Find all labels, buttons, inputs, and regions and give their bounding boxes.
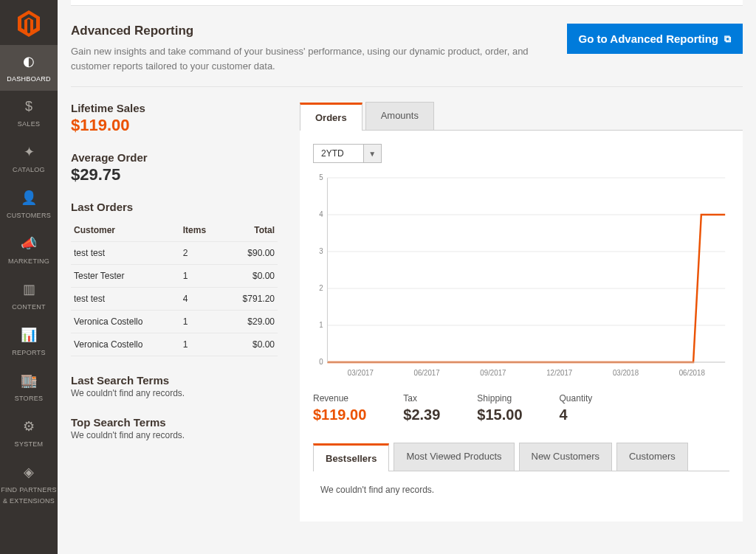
last-orders-block: Last Orders Customer Items Total test te…	[71, 201, 278, 356]
sidebar-icon: ⚙	[0, 418, 58, 434]
sidebar-icon: ◈	[0, 464, 58, 480]
cell-items: 4	[180, 288, 222, 311]
svg-text:12/2017: 12/2017	[546, 369, 572, 377]
kpi-value: $15.00	[477, 406, 522, 423]
table-row[interactable]: test test4$791.20	[71, 288, 278, 311]
sidebar-icon: ◐	[0, 53, 58, 69]
kpi-label: Revenue	[313, 393, 366, 404]
svg-text:1: 1	[319, 321, 323, 329]
tab-amounts[interactable]: Amounts	[365, 102, 434, 130]
tab-bestsellers[interactable]: Bestsellers	[313, 443, 389, 471]
sidebar-item-label: FIND PARTNERS & EXTENSIONS	[1, 486, 57, 505]
svg-text:06/2018: 06/2018	[679, 369, 706, 377]
kpi-value: 4	[560, 406, 593, 423]
sidebar-item-dashboard[interactable]: ◐DASHBOARD	[0, 45, 58, 91]
tab-most-viewed-products[interactable]: Most Viewed Products	[394, 443, 514, 471]
sidebar-item-customers[interactable]: 👤CUSTOMERS	[0, 181, 58, 227]
button-label: Go to Advanced Reporting	[579, 32, 718, 45]
orders-chart: 01234503/201706/201709/201712/201703/201…	[313, 173, 729, 380]
sidebar-item-catalog[interactable]: ✦CATALOG	[0, 136, 58, 181]
cell-total: $0.00	[222, 333, 278, 356]
table-row[interactable]: Veronica Costello1$0.00	[71, 333, 278, 356]
sidebar-item-find-partners-extensions[interactable]: ◈FIND PARTNERS & EXTENSIONS	[0, 456, 58, 513]
kpi-label: Quantity	[560, 393, 593, 404]
kpi-label: Tax	[403, 393, 440, 404]
kpi-tax: Tax$2.39	[403, 393, 440, 423]
sidebar-icon: $	[0, 99, 58, 114]
sidebar-item-content[interactable]: ▥CONTENT	[0, 273, 58, 319]
svg-text:3: 3	[319, 247, 323, 255]
table-row[interactable]: Tester Tester1$0.00	[71, 265, 278, 288]
sidebar-item-label: CATALOG	[13, 166, 45, 173]
svg-text:03/2018: 03/2018	[613, 369, 639, 377]
cell-items: 1	[180, 311, 222, 333]
top-search-title: Top Search Terms	[71, 416, 278, 429]
cell-items: 2	[180, 242, 222, 265]
table-row[interactable]: test test2$90.00	[71, 242, 278, 265]
kpi-value: $2.39	[403, 406, 440, 423]
sidebar: ◐DASHBOARD$SALES✦CATALOG👤CUSTOMERS📣MARKE…	[0, 0, 58, 554]
col-items: Items	[180, 219, 222, 242]
last-search-msg: We couldn't find any records.	[71, 388, 278, 398]
sidebar-icon: 📊	[0, 327, 58, 343]
cell-total: $29.00	[222, 311, 278, 333]
sidebar-item-system[interactable]: ⚙SYSTEM	[0, 410, 58, 456]
sidebar-icon: 📣	[0, 235, 58, 252]
lifetime-sales-label: Lifetime Sales	[71, 102, 278, 114]
table-row[interactable]: Veronica Costello1$29.00	[71, 311, 278, 333]
range-value: 2YTD	[314, 145, 363, 162]
lifetime-sales-value: $119.00	[71, 116, 278, 135]
sidebar-item-stores[interactable]: 🏬STORES	[0, 364, 58, 410]
svg-text:06/2017: 06/2017	[414, 369, 440, 377]
last-search-title: Last Search Terms	[71, 374, 278, 387]
sidebar-item-label: SYSTEM	[15, 440, 44, 448]
main-content: Advanced Reporting Gain new insights and…	[58, 0, 756, 522]
sidebar-item-label: CUSTOMERS	[7, 212, 51, 219]
advanced-reporting-section: Advanced Reporting Gain new insights and…	[71, 24, 743, 87]
kpi-label: Shipping	[477, 393, 522, 404]
bottom-no-records: We couldn't find any records.	[313, 471, 729, 508]
sidebar-item-label: DASHBOARD	[7, 75, 51, 83]
sidebar-item-label: STORES	[15, 395, 44, 402]
last-orders-title: Last Orders	[71, 201, 278, 213]
top-border-bar	[71, 0, 743, 6]
tab-customers[interactable]: Customers	[616, 443, 688, 471]
kpi-shipping: Shipping$15.00	[477, 393, 522, 423]
col-customer: Customer	[71, 219, 180, 242]
last-orders-table: Customer Items Total test test2$90.00Tes…	[71, 219, 278, 356]
external-link-icon: ⧉	[724, 33, 731, 45]
advanced-reporting-desc: Gain new insights and take command of yo…	[71, 44, 543, 73]
sidebar-item-reports[interactable]: 📊REPORTS	[0, 319, 58, 364]
sidebar-item-marketing[interactable]: 📣MARKETING	[0, 227, 58, 273]
range-select[interactable]: 2YTD ▼	[313, 144, 382, 163]
average-order-label: Average Order	[71, 151, 278, 164]
chart-tabs: Orders Amounts	[300, 102, 743, 131]
svg-text:09/2017: 09/2017	[480, 369, 506, 377]
svg-text:0: 0	[319, 358, 323, 366]
top-search-msg: We couldn't find any records.	[71, 430, 278, 440]
sidebar-item-sales[interactable]: $SALES	[0, 91, 58, 136]
stats-column: Lifetime Sales $119.00 Average Order $29…	[71, 102, 278, 522]
chevron-down-icon[interactable]: ▼	[363, 145, 381, 162]
cell-total: $791.20	[222, 288, 278, 311]
go-to-advanced-reporting-button[interactable]: Go to Advanced Reporting ⧉	[567, 24, 743, 54]
tab-orders[interactable]: Orders	[300, 103, 362, 131]
advanced-reporting-title: Advanced Reporting	[71, 24, 543, 38]
sidebar-item-label: CONTENT	[12, 303, 46, 311]
cell-customer: test test	[71, 288, 180, 311]
svg-text:03/2017: 03/2017	[348, 369, 374, 377]
cell-total: $0.00	[222, 265, 278, 288]
kpi-value: $119.00	[313, 406, 366, 423]
tab-new-customers[interactable]: New Customers	[519, 443, 612, 471]
cell-customer: test test	[71, 242, 180, 265]
sidebar-icon: ✦	[0, 144, 58, 160]
sidebar-icon: 🏬	[0, 373, 58, 389]
col-total: Total	[222, 219, 278, 242]
kpi-quantity: Quantity4	[560, 393, 593, 423]
cell-items: 1	[180, 333, 222, 356]
cell-customer: Tester Tester	[71, 265, 180, 288]
sidebar-item-label: SALES	[18, 120, 41, 128]
sidebar-icon: ▥	[0, 281, 58, 297]
cell-total: $90.00	[222, 242, 278, 265]
svg-text:4: 4	[319, 210, 323, 218]
